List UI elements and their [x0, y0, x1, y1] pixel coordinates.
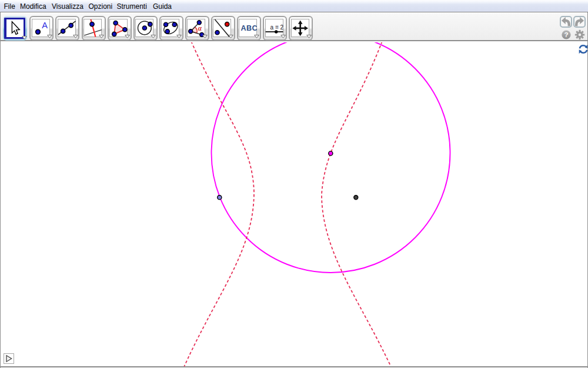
svg-text:?: ? — [564, 31, 568, 38]
svg-text:α: α — [198, 25, 202, 32]
svg-text:ABC: ABC — [241, 24, 257, 32]
svg-text:a = 2: a = 2 — [270, 24, 283, 31]
svg-text:A: A — [42, 21, 48, 30]
